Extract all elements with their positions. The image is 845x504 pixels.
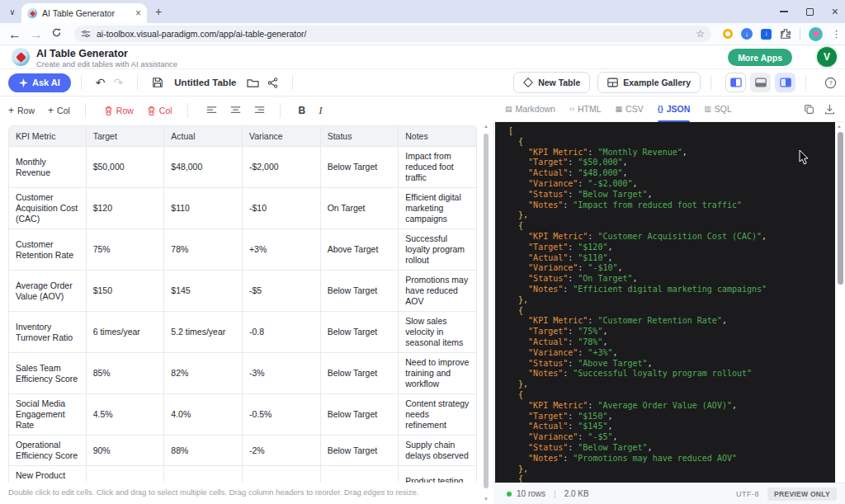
code-scrollbar[interactable]: ▲ <box>835 122 845 483</box>
table-cell[interactable]: Content strategy needs refinement <box>399 394 477 436</box>
table-cell[interactable]: 4.5% <box>87 394 165 436</box>
forward-icon[interactable]: → <box>30 27 43 40</box>
table-cell[interactable]: $48,000 <box>164 147 243 188</box>
export-tab-json[interactable]: {}JSON <box>658 97 691 122</box>
save-icon[interactable] <box>148 77 168 88</box>
table-cell[interactable]: $150 <box>87 271 165 312</box>
table-cell[interactable]: +3% <box>243 229 321 271</box>
extensions-puzzle-icon[interactable] <box>780 28 791 40</box>
table-cell[interactable]: Product testing phase delayed <box>399 466 477 483</box>
table-cell[interactable]: On Target <box>321 188 399 229</box>
table-cell[interactable]: $120 <box>87 188 165 229</box>
window-maximize-icon[interactable] <box>806 8 814 16</box>
delete-row-button[interactable]: Row <box>99 106 139 115</box>
table-cell[interactable]: 88% <box>164 436 243 466</box>
table-cell[interactable]: Above Target <box>321 229 399 271</box>
add-row-button[interactable]: +Row <box>3 105 40 116</box>
download-icon[interactable] <box>824 104 835 115</box>
reload-icon[interactable] <box>51 27 64 40</box>
copy-icon[interactable] <box>804 104 814 115</box>
scrollbar-thumb[interactable] <box>838 132 843 285</box>
view-split-left-button[interactable] <box>725 73 746 92</box>
column-header[interactable]: Notes <box>399 125 477 147</box>
view-split-bottom-button[interactable] <box>750 73 771 92</box>
table-cell[interactable]: Customer Retention Rate <box>8 229 87 271</box>
table-editor[interactable]: KPI MetricTargetActualVarianceStatusNote… <box>8 125 477 483</box>
tab-close-icon[interactable]: × <box>135 9 141 17</box>
table-cell[interactable]: Average Order Value (AOV) <box>8 271 87 312</box>
profile-avatar[interactable] <box>809 27 823 41</box>
new-tab-button[interactable]: + <box>155 6 162 17</box>
table-cell[interactable]: Efficient digital marketing campaigns <box>399 188 477 229</box>
table-cell[interactable]: 78% <box>164 229 243 271</box>
scroll-up-icon[interactable]: ▲ <box>837 124 842 129</box>
table-cell[interactable]: 6 times/year <box>87 312 165 353</box>
table-cell[interactable]: Operational Efficiency Score <box>8 436 87 466</box>
column-header[interactable]: KPI Metric <box>8 125 87 147</box>
table-cell[interactable]: 90% <box>87 436 165 466</box>
table-cell[interactable]: Below Target <box>321 147 399 188</box>
json-code-view[interactable]: [ { "KPI Metric": "Monthly Revenue", "Ta… <box>495 122 835 483</box>
view-split-right-button[interactable] <box>775 73 795 92</box>
table-cell[interactable]: 82% <box>164 353 243 394</box>
example-gallery-button[interactable]: Example Gallery <box>597 72 701 93</box>
italic-button[interactable]: I <box>314 104 327 117</box>
more-apps-button[interactable]: More Apps <box>728 49 792 66</box>
export-tab-csv[interactable]: ▦CSV <box>616 97 644 122</box>
table-cell[interactable]: -$10 <box>243 188 321 229</box>
table-cell[interactable]: $145 <box>164 271 243 312</box>
extension-download-square-icon[interactable]: ↓ <box>761 29 772 40</box>
table-cell[interactable]: Below Target <box>321 353 399 394</box>
tab-search-icon[interactable]: ∨ <box>6 6 19 19</box>
table-cell[interactable]: Successful loyalty program rollout <box>399 229 477 271</box>
table-cell[interactable]: Below Target <box>321 271 399 312</box>
scrollbar-thumb[interactable] <box>484 134 489 488</box>
table-cell[interactable]: Below Target <box>321 436 399 466</box>
table-cell[interactable]: 75% <box>87 229 165 271</box>
scroll-up-icon[interactable]: ▲ <box>483 124 489 129</box>
table-cell[interactable]: Customer Acquisition Cost (CAC) <box>8 188 87 229</box>
column-header[interactable]: Actual <box>164 125 243 147</box>
table-cell[interactable]: $50,000 <box>87 147 165 188</box>
add-col-button[interactable]: +Col <box>43 105 75 116</box>
table-cell[interactable]: Slow sales velocity in seasonal items <box>399 312 477 353</box>
align-center-icon[interactable] <box>225 106 246 115</box>
table-cell[interactable]: Supply chain delays observed <box>399 436 477 466</box>
table-cell[interactable]: Sales Team Efficiency Score <box>8 353 87 394</box>
align-right-icon[interactable] <box>249 106 270 115</box>
bold-button[interactable]: B <box>294 105 311 116</box>
column-header[interactable]: Status <box>321 125 399 147</box>
table-cell[interactable]: 55% <box>164 466 243 483</box>
export-tab-sql[interactable]: ▥SQL <box>704 97 732 122</box>
table-cell[interactable]: 60% <box>87 466 165 483</box>
site-settings-icon[interactable] <box>81 29 91 39</box>
table-cell[interactable]: -5% <box>243 466 321 483</box>
window-minimize-icon[interactable] <box>780 11 788 12</box>
table-cell[interactable]: -2% <box>243 436 321 466</box>
table-cell[interactable]: 5.2 times/year <box>164 312 243 353</box>
back-icon[interactable]: ← <box>8 27 21 40</box>
table-cell[interactable]: Social Media Engagement Rate <box>8 394 87 436</box>
table-cell[interactable]: Impact from reduced foot traffic <box>399 147 477 188</box>
extension-ring-icon[interactable] <box>723 29 733 39</box>
share-icon[interactable] <box>263 78 282 88</box>
delete-col-button[interactable]: Col <box>142 106 177 115</box>
table-cell[interactable]: 4.0% <box>164 394 243 436</box>
column-header[interactable]: Variance <box>243 125 321 147</box>
table-cell[interactable]: 85% <box>87 353 165 394</box>
left-panel-scrollbar[interactable]: ▲ ▼ <box>482 124 490 502</box>
export-tab-markdown[interactable]: ▤Markdown <box>505 97 555 122</box>
table-cell[interactable]: -3% <box>243 353 321 394</box>
table-cell[interactable]: Below Target <box>321 312 399 353</box>
document-title[interactable]: Untitled Table <box>174 78 236 87</box>
user-avatar[interactable]: V <box>817 47 837 67</box>
redo-icon[interactable]: ↷ <box>110 76 128 89</box>
new-table-button[interactable]: New Table <box>513 72 590 93</box>
align-left-icon[interactable] <box>201 106 222 115</box>
table-cell[interactable]: -0.8 <box>243 312 321 353</box>
table-cell[interactable]: Inventory Turnover Ratio <box>8 312 87 353</box>
table-cell[interactable]: -$2,000 <box>243 147 321 188</box>
table-cell[interactable]: Below Target <box>321 394 399 436</box>
table-cell[interactable]: -$5 <box>243 271 321 312</box>
open-folder-icon[interactable] <box>243 78 263 88</box>
